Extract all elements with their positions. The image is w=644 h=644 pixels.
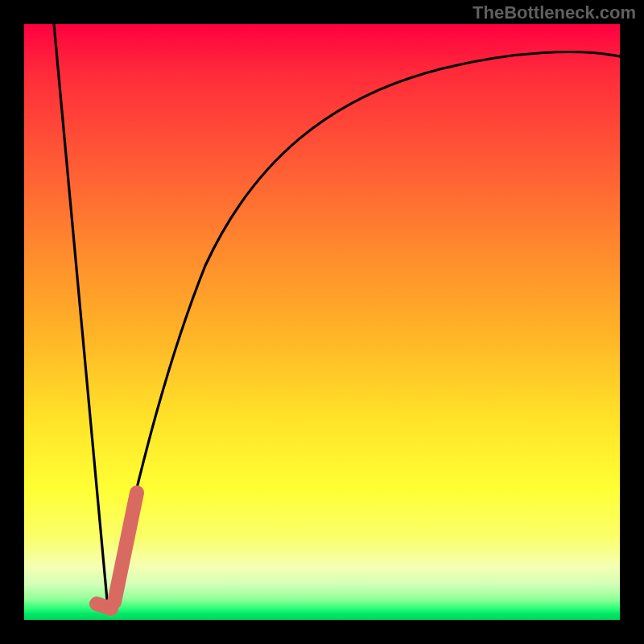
curves-layer (24, 24, 620, 620)
curve-left-branch (54, 24, 108, 609)
watermark-text: TheBottleneck.com (473, 2, 636, 23)
curve-right-branch (108, 52, 620, 609)
chart-frame: TheBottleneck.com (0, 0, 644, 644)
plot-area (24, 24, 620, 620)
